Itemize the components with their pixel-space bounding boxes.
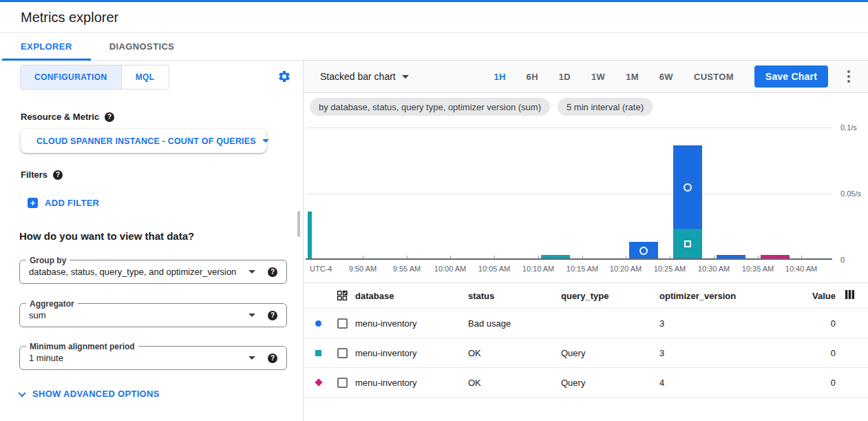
x-axis-tick-label: 10:30 AM [698, 265, 730, 273]
cell-status: OK [464, 348, 557, 358]
x-axis-labels: 9:50 AM9:55 AM10:00 AM10:05 AM10:10 AM10… [306, 265, 832, 276]
series-marker-cell [304, 350, 333, 356]
timezone-label: UTC-4 [310, 265, 332, 273]
series-checkbox[interactable] [337, 378, 348, 388]
help-icon[interactable]: ? [268, 267, 277, 277]
cell-value: 0 [784, 318, 836, 329]
col-header-database[interactable]: database [351, 291, 464, 301]
add-filter-button[interactable]: + ADD FILTER [28, 198, 99, 208]
caret-down-icon [262, 139, 269, 143]
filters-label: Filters [21, 170, 47, 180]
series-checkbox[interactable] [337, 318, 348, 329]
chart-config-chip[interactable]: 5 min interval (rate) [558, 98, 653, 116]
help-icon[interactable]: ? [268, 353, 277, 363]
caret-down-icon [402, 75, 409, 79]
legend-table-header: database status query_type optimizer_ver… [304, 283, 868, 309]
col-header-status[interactable]: status [464, 291, 557, 301]
chart-panel: Stacked bar chart 1H6H1D1W1M6WCUSTOM Sav… [304, 61, 868, 421]
range-button-6w[interactable]: 6W [659, 72, 673, 82]
series-checkbox[interactable] [337, 348, 348, 358]
checkbox-cell [333, 378, 351, 388]
chips-row: by database, status, query type, optimiz… [304, 93, 868, 121]
aggregator-select[interactable]: Aggregator sum ? [19, 303, 287, 327]
legend-table-body: menu-inventoryBad usage30menu-inventoryO… [304, 309, 868, 398]
panel-scrollbar-thumb[interactable] [297, 211, 300, 237]
mode-mql-button[interactable]: MQL [121, 65, 169, 89]
gridline [306, 258, 832, 260]
x-axis-tick-label: 10:10 AM [522, 265, 554, 273]
gridline [306, 194, 832, 194]
kebab-menu-icon[interactable] [846, 68, 851, 85]
bar-marker-circle [684, 183, 692, 192]
range-buttons: 1H6H1D1W1M6WCUSTOM [473, 72, 733, 82]
bar-segment [629, 242, 658, 259]
gear-icon[interactable] [277, 70, 291, 83]
filters-section: Filters ? [21, 170, 63, 180]
series-marker-cell [304, 320, 333, 327]
add-icon: + [28, 198, 38, 208]
chart-type-label: Stacked bar chart [320, 71, 396, 82]
y-axis-tick-label: 0.1/s [840, 123, 857, 132]
x-axis-tick-label: 10:40 AM [785, 265, 817, 273]
legend-table-row[interactable]: menu-inventoryBad usage30 [304, 309, 868, 338]
gridline [306, 127, 832, 128]
chart-toolbar: Stacked bar chart 1H6H1D1W1M6WCUSTOM Sav… [304, 61, 868, 93]
y-axis-tick-label: 0 [840, 256, 845, 264]
x-axis-tick-label: 9:50 AM [349, 265, 377, 273]
add-filter-label: ADD FILTER [45, 198, 99, 208]
tabs-bar: EXPLORER DIAGNOSTICS [0, 33, 868, 61]
chevron-down-icon [18, 389, 25, 396]
col-header-value[interactable]: Value [784, 291, 836, 301]
series-marker-diamond [315, 378, 322, 386]
tab-diagnostics[interactable]: DIAGNOSTICS [91, 33, 193, 60]
mode-toggle: CONFIGURATION MQL [20, 65, 169, 90]
checkbox-cell [333, 318, 351, 329]
cell-status: OK [464, 378, 557, 388]
chart-config-chip[interactable]: by database, status, query type, optimiz… [310, 98, 550, 116]
mode-configuration-button[interactable]: CONFIGURATION [21, 65, 121, 89]
save-chart-button[interactable]: Save Chart [754, 65, 828, 88]
help-icon[interactable]: ? [268, 311, 277, 320]
show-advanced-options-button[interactable]: SHOW ADVANCED OPTIONS [19, 389, 160, 399]
min-alignment-period-select[interactable]: Minimum alignment period 1 minute ? [19, 346, 287, 370]
chart-type-select[interactable]: Stacked bar chart [320, 71, 409, 82]
cell-optimizer-version: 3 [655, 348, 784, 358]
resource-metric-label: Resource & Metric [21, 112, 99, 122]
tab-explorer[interactable]: EXPLORER [2, 33, 91, 60]
cell-database: menu-inventory [351, 378, 464, 388]
bar-marker-circle [639, 247, 648, 255]
help-icon[interactable]: ? [53, 170, 63, 180]
range-button-1m[interactable]: 1M [626, 72, 639, 82]
y-axis-tick-label: 0.05/s [840, 189, 861, 198]
legend-table-row[interactable]: menu-inventoryOKQuery30 [304, 338, 868, 368]
bar-segment [308, 212, 312, 259]
show-advanced-options-label: SHOW ADVANCED OPTIONS [32, 389, 160, 399]
range-button-custom[interactable]: CUSTOM [694, 72, 734, 82]
group-by-value: database, status, query_type, and optimi… [29, 267, 242, 277]
x-axis-tick-label: 10:05 AM [478, 265, 510, 273]
resource-metric-section: Resource & Metric ? [21, 112, 114, 122]
cell-value: 0 [784, 378, 836, 388]
select-series-icon[interactable] [337, 290, 348, 301]
caret-down-icon [248, 270, 255, 274]
range-button-6h[interactable]: 6H [527, 72, 538, 82]
aggregator-label: Aggregator [26, 299, 78, 309]
checkbox-cell [333, 348, 351, 358]
cell-query-type: Query [557, 378, 655, 388]
range-button-1w[interactable]: 1W [591, 72, 605, 82]
group-by-select[interactable]: Group by database, status, query_type, a… [19, 260, 287, 284]
cell-database: menu-inventory [351, 348, 464, 358]
col-header-query-type[interactable]: query_type [557, 291, 655, 301]
help-icon[interactable]: ? [105, 112, 114, 122]
metric-selector-label: CLOUD SPANNER INSTANCE - COUNT OF QUERIE… [36, 136, 256, 146]
series-marker-circle [315, 320, 321, 327]
cell-optimizer-version: 3 [655, 318, 784, 329]
columns-icon[interactable] [845, 289, 855, 300]
range-button-1h[interactable]: 1H [494, 72, 505, 82]
caret-down-icon [248, 314, 255, 317]
col-header-optimizer-version[interactable]: optimizer_version [655, 291, 784, 301]
range-button-1d[interactable]: 1D [559, 72, 571, 82]
legend-table-row[interactable]: menu-inventoryOKQuery40 [304, 368, 868, 398]
metric-selector-button[interactable]: CLOUD SPANNER INSTANCE - COUNT OF QUERIE… [21, 129, 266, 153]
legend-table: database status query_type optimizer_ver… [304, 283, 868, 398]
